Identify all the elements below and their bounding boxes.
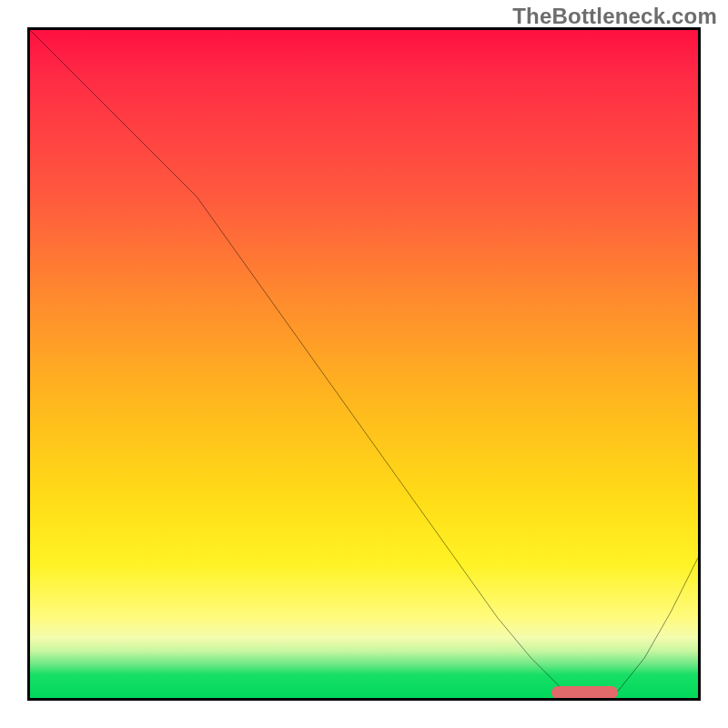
watermark-text: TheBottleneck.com	[512, 4, 717, 29]
bottleneck-curve	[30, 30, 698, 698]
optimal-zone-marker	[551, 686, 618, 699]
curve-layer	[30, 30, 698, 698]
chart-frame: TheBottleneck.com	[0, 0, 728, 728]
plot-area	[27, 27, 701, 701]
